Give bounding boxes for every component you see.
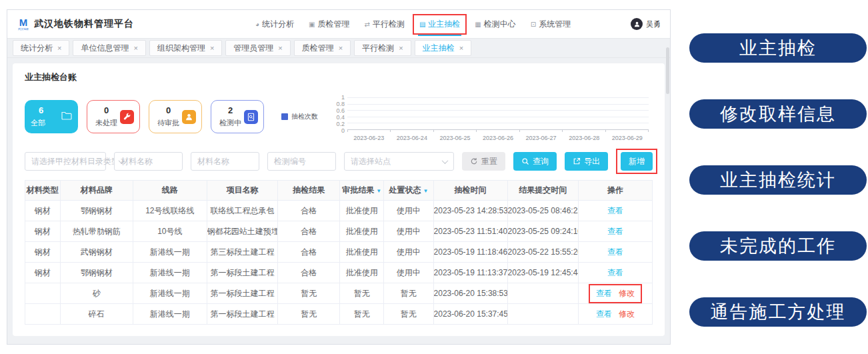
- table-cell: 2023-05-19 11:18:46: [433, 242, 507, 263]
- tab-管理员管理[interactable]: 管理员管理×: [225, 40, 290, 56]
- view-link[interactable]: 查看: [607, 247, 623, 257]
- stat-label: 待审批: [157, 118, 179, 128]
- nav-item-统计分析[interactable]: ◕统计分析: [255, 19, 294, 30]
- nav-item-平行检测[interactable]: ⇄平行检测: [365, 19, 405, 30]
- stat-card-检测中[interactable]: 2检测中: [211, 100, 264, 133]
- close-icon[interactable]: ×: [339, 44, 343, 52]
- app-window: M 武汉地铁 武汉地铁物料管理平台 ◕统计分析▣质检管理⇄平行检测▤业主抽检▦检…: [7, 9, 671, 345]
- stat-card-待审批[interactable]: 0待审批: [149, 100, 202, 133]
- tab-质检管理[interactable]: 质检管理×: [294, 40, 351, 56]
- reset-button[interactable]: 重置: [462, 152, 505, 171]
- x-tick: [563, 129, 605, 132]
- scrollbar[interactable]: [666, 47, 669, 94]
- stat-text: 0待审批: [155, 105, 182, 128]
- app-header: M 武汉地铁 武汉地铁物料管理平台 ◕统计分析▣质检管理⇄平行检测▤业主抽检▦检…: [7, 10, 670, 38]
- y-tick-label: 0.2: [336, 121, 345, 127]
- stat-value: 6: [39, 105, 43, 115]
- screenshot-canvas: M 武汉地铁 武汉地铁物料管理平台 ◕统计分析▣质检管理⇄平行检测▤业主抽检▦检…: [0, 0, 868, 354]
- close-icon[interactable]: ×: [57, 44, 61, 52]
- table-cell: 第三标段土建工程: [207, 242, 277, 263]
- actions-cell: 查看: [578, 263, 652, 283]
- table-cell: 新港线一期: [133, 242, 207, 263]
- nav-item-检测中心[interactable]: ▦检测中心: [475, 19, 515, 30]
- stat-card-未处理[interactable]: 0未处理: [87, 100, 140, 133]
- logo-mark: M: [19, 17, 28, 27]
- test-number-input[interactable]: [267, 152, 336, 171]
- material-name-input-2[interactable]: [191, 152, 259, 171]
- table-cell: 批准使用: [340, 221, 384, 242]
- column-header-抽检结果: 抽检结果: [278, 181, 340, 201]
- view-link[interactable]: 查看: [607, 268, 623, 277]
- nav-item-业主抽检[interactable]: ▤业主抽检: [419, 19, 460, 30]
- x-tick: [477, 129, 519, 132]
- tab-统计分析[interactable]: 统计分析×: [13, 40, 69, 56]
- view-link[interactable]: 查看: [607, 227, 623, 236]
- tab-平行检测[interactable]: 平行检测×: [354, 40, 411, 56]
- stat-card-全部[interactable]: 6全部: [25, 100, 78, 133]
- chart-x-ticks: [347, 129, 649, 132]
- tab-业主抽检[interactable]: 业主抽检×: [415, 40, 471, 56]
- nav-item-label: 系统管理: [539, 19, 571, 30]
- section-title: 业主抽检台账: [25, 71, 653, 83]
- nav-item-系统管理[interactable]: ⊡系统管理: [531, 19, 571, 30]
- station-select[interactable]: 请选择站点: [344, 152, 454, 171]
- search-button[interactable]: 查询: [513, 152, 557, 171]
- view-link[interactable]: 查看: [596, 309, 612, 319]
- user-info[interactable]: 吴勇: [631, 10, 661, 38]
- close-icon[interactable]: ×: [278, 44, 282, 52]
- nav-item-质检管理[interactable]: ▣质检管理: [309, 19, 349, 30]
- tab-单位信息管理[interactable]: 单位信息管理×: [73, 40, 145, 56]
- table-cell: 2023-06-20 15:38:53: [433, 283, 507, 304]
- category-select[interactable]: 请选择甲控材料目录类型: [25, 152, 106, 171]
- nav-item-label: 平行检测: [373, 19, 405, 30]
- table-cell: 钢都花园站土建预埋工程: [207, 221, 277, 242]
- view-link[interactable]: 查看: [607, 206, 623, 215]
- view-link[interactable]: 查看: [596, 288, 612, 299]
- user-icon: [182, 110, 196, 124]
- annotation-pill-未完成的工作: 未完成的工作: [689, 231, 867, 261]
- column-header-材料品牌: 材料品牌: [60, 181, 133, 201]
- table-cell: 合格: [278, 242, 340, 263]
- column-header-审批结果[interactable]: 审批结果▼: [340, 181, 384, 201]
- close-icon[interactable]: ×: [210, 44, 214, 52]
- nav-item-label: 业主抽检: [428, 19, 460, 30]
- table-cell: 使用中: [384, 263, 433, 283]
- gridline: [347, 104, 649, 105]
- stats-and-chart-row: 6全部0未处理0待审批2检测中 抽检次数 10.80.60.40.20 2023…: [25, 92, 653, 141]
- filter-caret-icon[interactable]: ▼: [376, 188, 381, 194]
- table-cell: 鄂钢钢材: [60, 201, 133, 221]
- x-tick-label: 2023-06-29: [605, 135, 649, 141]
- table-cell: 合格: [278, 201, 340, 221]
- export-button[interactable]: 导出: [565, 152, 608, 171]
- close-icon[interactable]: ×: [399, 44, 403, 52]
- refresh-icon: [470, 157, 478, 165]
- tab-组织架构管理[interactable]: 组织架构管理×: [149, 40, 222, 56]
- table-cell: [507, 304, 578, 325]
- nav-item-label: 检测中心: [484, 19, 516, 30]
- column-header-抽检时间: 抽检时间: [433, 181, 507, 201]
- table-row: 钢材鄂钢钢材12号线联络线联络线工程总承包合格批准使用使用中2023-05-23…: [25, 201, 653, 221]
- close-icon[interactable]: ×: [133, 44, 137, 52]
- tab-label: 业主抽检: [423, 43, 455, 54]
- stat-text: 6全部: [31, 105, 45, 128]
- nav-item-label: 质检管理: [318, 19, 350, 30]
- avatar[interactable]: [631, 18, 643, 30]
- column-header-结果提交时间: 结果提交时间: [507, 181, 578, 201]
- annotation-box-add-button: 新增: [616, 149, 657, 174]
- table-cell: 批准使用: [340, 263, 384, 283]
- actions-cell: 查看: [578, 201, 652, 221]
- stat-cards: 6全部0未处理0待审批2检测中: [25, 100, 264, 133]
- app-logo: M 武汉地铁: [18, 17, 29, 31]
- edit-link[interactable]: 修改: [619, 309, 635, 319]
- column-header-处置状态[interactable]: 处置状态▼: [384, 181, 433, 201]
- add-button[interactable]: 新增: [621, 152, 653, 171]
- tab-label: 组织架构管理: [157, 43, 205, 54]
- table-cell: [507, 283, 578, 304]
- filter-caret-icon[interactable]: ▼: [423, 188, 428, 194]
- table-cell: [25, 304, 61, 325]
- edit-link[interactable]: 修改: [619, 288, 635, 299]
- close-icon[interactable]: ×: [459, 44, 463, 52]
- tab-label: 统计分析: [21, 43, 53, 54]
- actions-cell: 查看修改: [578, 283, 652, 304]
- open-tabs-bar: 统计分析×单位信息管理×组织架构管理×管理员管理×质检管理×平行检测×业主抽检×: [7, 38, 670, 58]
